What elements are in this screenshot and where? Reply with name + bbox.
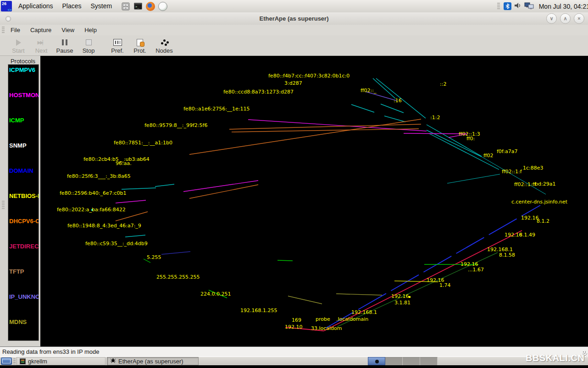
- node-label[interactable]: 192.168.1: [351, 310, 377, 315]
- node-label[interactable]: 96:aa.: [116, 161, 132, 166]
- node-label[interactable]: 1.74: [439, 283, 451, 288]
- keyboard-indicator-badge[interactable]: 26: [1, 1, 12, 11]
- menubar-grip[interactable]: [2, 27, 5, 34]
- node-label[interactable]: fe80::7851:__:__a1:1b0: [114, 140, 172, 146]
- taskbar: gkrellm EtherApe (as superuser): [0, 357, 588, 366]
- node-label[interactable]: ff0:: [466, 136, 475, 142]
- preferences-button[interactable]: Pref.: [106, 35, 128, 55]
- panel-grip[interactable]: [497, 3, 500, 10]
- menu-file[interactable]: File: [6, 25, 25, 35]
- protocols-icon: [137, 38, 143, 46]
- node-label[interactable]: fe80::1948:8_4:3ed_46:a7:_9: [67, 223, 141, 229]
- node-label[interactable]: :1:2: [430, 115, 440, 121]
- bluetooth-icon[interactable]: [504, 2, 511, 10]
- node-label[interactable]: 255.255.255.255: [156, 275, 200, 280]
- traffic-link: [183, 181, 258, 192]
- node-label[interactable]: fe80::9579:8__:_99f2:5f6: [144, 123, 207, 128]
- traffic-link: [189, 119, 421, 154]
- task-etherape[interactable]: EtherApe (as superuser): [107, 357, 199, 365]
- file-manager-icon[interactable]: [121, 2, 130, 11]
- terminal-icon[interactable]: >_: [133, 2, 143, 11]
- protocol-item-hostmon[interactable]: HOSTMON: [9, 92, 39, 99]
- menu-system[interactable]: System: [86, 0, 117, 12]
- protocols-list: ICPMPV6HOSTMONICMPSNMPDOMAINNETBIOS-NDHC…: [8, 64, 39, 341]
- protocol-item-mdns[interactable]: MDNS: [9, 319, 27, 326]
- protocol-item-tftp[interactable]: TFTP: [9, 268, 24, 275]
- node-label[interactable]: 192.10: [285, 324, 303, 330]
- taskbar-grip[interactable]: [13, 358, 16, 364]
- node-label[interactable]: .localdomain: [336, 317, 368, 322]
- node-label[interactable]: fe80::ccd8:8a73:1273:d287: [223, 89, 294, 95]
- panel-clock[interactable]: Mon Jul 30, 04:21: [539, 3, 588, 10]
- node-label[interactable]: 192.16: [391, 294, 409, 299]
- node-label[interactable]: 8.1.49: [519, 232, 535, 238]
- node-label[interactable]: fe80::25f6:3___:_3b:8a65: [67, 174, 131, 179]
- node-label[interactable]: 192.16: [521, 215, 539, 221]
- protocol-item-netbios-n[interactable]: NETBIOS-N: [9, 192, 39, 200]
- node-label[interactable]: 3:d287: [284, 81, 302, 86]
- node-label[interactable]: fe80::a1e6:2756:__1e:115: [183, 106, 250, 112]
- volume-icon[interactable]: [514, 2, 521, 11]
- node-label[interactable]: fe80::f4b7:cc::f407:3c82:0b1c:0: [268, 73, 349, 79]
- workspace-2[interactable]: [385, 357, 403, 365]
- pause-button[interactable]: Pause: [53, 35, 76, 55]
- network-icon[interactable]: [524, 2, 534, 11]
- traffic-links: [40, 56, 588, 346]
- node-label[interactable]: fe80::2596:b40:_6e7:c0b1: [60, 191, 126, 196]
- node-label[interactable]: bd:29a1: [535, 181, 555, 187]
- node-label[interactable]: ::2: [440, 82, 446, 87]
- task-gkrellm[interactable]: gkrellm: [17, 357, 105, 365]
- node-label[interactable]: fe80::c59:35__:_dd:4db9: [85, 241, 148, 247]
- protocol-item-icpmpv6[interactable]: ICPMPV6: [9, 66, 35, 74]
- window-titlebar[interactable]: EtherApe (as superuser) ∨ ∧ ×: [0, 12, 588, 25]
- menu-help[interactable]: Help: [79, 25, 102, 35]
- menu-applications[interactable]: Applications: [14, 0, 58, 12]
- maximize-button[interactable]: ∧: [560, 13, 571, 24]
- protocol-item-icmp[interactable]: ICMP: [9, 117, 24, 124]
- show-desktop-button[interactable]: [1, 357, 12, 365]
- node-label[interactable]: ff02::1:ff: [514, 182, 536, 187]
- spider-icon: [110, 357, 116, 365]
- next-button[interactable]: ▶▶▏ Next: [29, 35, 53, 55]
- menu-capture[interactable]: Capture: [25, 25, 56, 35]
- protocol-item-snmp[interactable]: SNMP: [9, 142, 27, 149]
- workspace-1[interactable]: [368, 357, 385, 365]
- node-label[interactable]: fe80::2022:a_ba:fa66:8422: [57, 207, 126, 213]
- stop-button[interactable]: Stop: [76, 35, 101, 55]
- node-label[interactable]: probe: [316, 317, 330, 322]
- node-label[interactable]: 1c:88e3: [523, 165, 544, 171]
- node-label[interactable]: ff02::_: [361, 88, 377, 93]
- nodes-button[interactable]: Nodes: [151, 35, 177, 55]
- package-icon[interactable]: [158, 2, 167, 11]
- pause-icon: [62, 38, 67, 46]
- menu-places[interactable]: Places: [58, 0, 86, 12]
- node-label[interactable]: 3.1.81: [394, 300, 410, 306]
- workspace-3[interactable]: [403, 357, 420, 365]
- node-label[interactable]: c.center-dns.jsinfo.net: [511, 199, 567, 205]
- protocol-item-jetdirect[interactable]: JETDIRECT: [9, 243, 39, 250]
- traffic-canvas[interactable]: fe80::f4b7:cc::f407:3c82:0b1c:03:d287::2…: [40, 56, 588, 346]
- node-label[interactable]: ...1.67: [468, 267, 484, 273]
- panel-handle-grip[interactable]: [2, 201, 5, 210]
- node-label[interactable]: 8.1.2: [537, 219, 549, 224]
- node-label[interactable]: :16: [394, 98, 402, 104]
- menu-view[interactable]: View: [56, 25, 79, 35]
- node-label[interactable]: 5.255: [147, 255, 161, 260]
- minimize-button[interactable]: ∨: [546, 13, 557, 24]
- protocol-item-domain[interactable]: DOMAIN: [9, 167, 33, 175]
- node-label[interactable]: 33.localdom: [311, 326, 342, 331]
- node-label[interactable]: 169: [292, 318, 301, 323]
- node-label[interactable]: 224.0.0.251: [200, 291, 231, 297]
- protocol-item-ip_unkno[interactable]: IP_UNKNO: [9, 293, 39, 301]
- protocol-item-dhcpv6-c[interactable]: DHCPV6-C: [9, 218, 39, 225]
- node-label[interactable]: 192.168.1.255: [240, 308, 277, 313]
- node-label[interactable]: f0f:a7a7: [497, 149, 518, 154]
- close-button[interactable]: ×: [574, 13, 584, 24]
- firefox-icon[interactable]: [146, 2, 155, 11]
- node-label[interactable]: ff02: [483, 153, 494, 159]
- protocols-button[interactable]: Prot.: [128, 35, 151, 55]
- node-label[interactable]: 8.1.58: [499, 253, 515, 258]
- node-label[interactable]: ff02::1:f: [502, 169, 522, 175]
- start-button[interactable]: Start: [7, 35, 29, 55]
- workspace-4[interactable]: [420, 357, 438, 365]
